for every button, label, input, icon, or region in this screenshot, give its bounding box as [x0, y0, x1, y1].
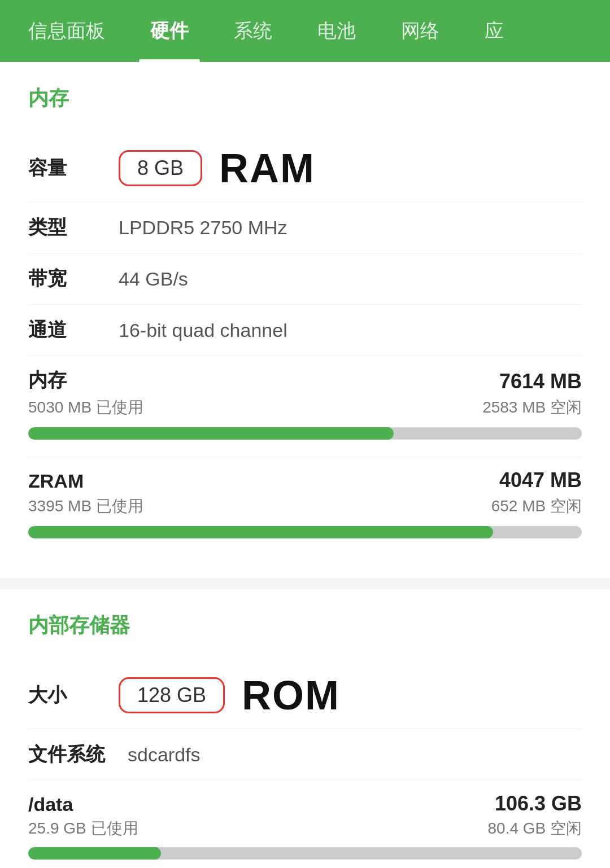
memory-usage-bar-fill: [28, 427, 394, 440]
memory-type-value: LPDDR5 2750 MHz: [119, 217, 287, 239]
memory-section: 内存 容量 8 GB RAM 类型 LPDDR5 2750 MHz 带宽 44 …: [0, 62, 610, 578]
memory-type-label: 类型: [28, 214, 96, 240]
storage-data-name-label: /data: [28, 794, 73, 816]
memory-usage-total: 7614 MB: [499, 370, 582, 393]
memory-channel-label: 通道: [28, 317, 96, 343]
memory-bandwidth-label: 带宽: [28, 266, 96, 292]
storage-section: 内部存储器 大小 128 GB ROM 文件系统 sdcardfs /data …: [0, 589, 610, 868]
storage-data-bar-track: [28, 847, 582, 860]
memory-usage-used: 5030 MB 已使用: [28, 397, 143, 418]
nav-item-apps[interactable]: 应: [462, 0, 526, 62]
memory-capacity-label: 容量: [28, 155, 96, 181]
memory-type-row: 类型 LPDDR5 2750 MHz: [28, 202, 582, 253]
zram-usage-bar-fill: [28, 526, 493, 538]
storage-data-bar-fill: [28, 847, 161, 860]
memory-usage-section: 内存 7614 MB 5030 MB 已使用 2583 MB 空闲: [28, 356, 582, 457]
storage-filesystem-value: sdcardfs: [128, 744, 201, 766]
storage-data-free: 80.4 GB 空闲: [487, 818, 582, 839]
storage-capacity-row: 大小 128 GB ROM: [28, 656, 582, 729]
storage-filesystem-label: 文件系统: [28, 742, 105, 768]
storage-filesystem-row: 文件系统 sdcardfs: [28, 729, 582, 781]
memory-capacity-big-label: RAM: [219, 145, 315, 191]
nav-item-system[interactable]: 系统: [211, 0, 295, 62]
memory-section-title: 内存: [28, 85, 582, 112]
memory-channel-value: 16-bit quad channel: [119, 319, 287, 341]
memory-usage-title: 内存: [28, 367, 67, 393]
memory-usage-free: 2583 MB 空闲: [482, 397, 582, 418]
storage-capacity-label: 大小: [28, 682, 96, 708]
storage-data-used: 25.9 GB 已使用: [28, 818, 138, 839]
memory-capacity-badge: 8 GB: [119, 150, 202, 186]
storage-data-total: 106.3 GB: [495, 792, 582, 816]
zram-usage-section: ZRAM 4047 MB 3395 MB 已使用 652 MB 空闲: [28, 457, 582, 555]
nav-item-info[interactable]: 信息面板: [6, 0, 128, 62]
memory-capacity-row: 容量 8 GB RAM: [28, 129, 582, 202]
memory-usage-bar-track: [28, 427, 582, 440]
zram-usage-free: 652 MB 空闲: [491, 496, 582, 517]
storage-capacity-badge: 128 GB: [119, 677, 225, 713]
nav-item-battery[interactable]: 电池: [295, 0, 378, 62]
memory-bandwidth-value: 44 GB/s: [119, 268, 188, 290]
storage-capacity-big-label: ROM: [242, 672, 340, 718]
nav-item-hardware[interactable]: 硬件: [128, 0, 211, 62]
memory-bandwidth-row: 带宽 44 GB/s: [28, 253, 582, 305]
nav-item-network[interactable]: 网络: [378, 0, 462, 62]
zram-usage-total: 4047 MB: [499, 468, 582, 492]
zram-usage-bar-track: [28, 526, 582, 538]
storage-data-row: /data 106.3 GB 25.9 GB 已使用 80.4 GB 空闲: [28, 781, 582, 868]
memory-channel-row: 通道 16-bit quad channel: [28, 305, 582, 356]
zram-usage-title: ZRAM: [28, 470, 84, 492]
storage-section-title: 内部存储器: [28, 612, 582, 639]
zram-usage-used: 3395 MB 已使用: [28, 496, 143, 517]
nav-bar: 信息面板 硬件 系统 电池 网络 应: [0, 0, 610, 62]
